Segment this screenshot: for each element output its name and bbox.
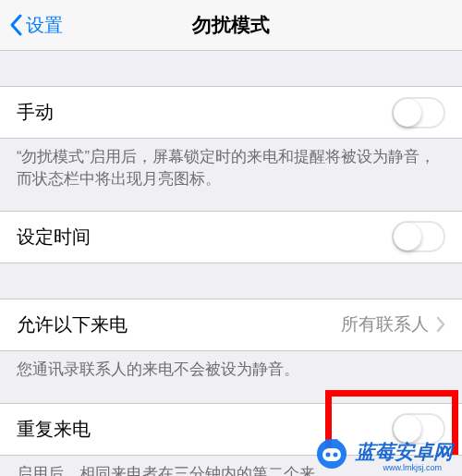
toggle-knob bbox=[394, 99, 421, 127]
svg-point-3 bbox=[334, 453, 338, 458]
row-manual[interactable]: 手动 bbox=[0, 87, 462, 138]
row-label-allow-calls: 允许以下来电 bbox=[17, 312, 128, 337]
watermark-text: 蓝莓安卓网 bbox=[356, 439, 453, 465]
group-allow-calls: 允许以下来电 所有联系人 bbox=[0, 299, 462, 351]
row-schedule[interactable]: 设定时间 bbox=[0, 212, 462, 262]
back-button[interactable]: 设置 bbox=[9, 13, 63, 38]
row-label-manual: 手动 bbox=[17, 100, 54, 125]
footer-manual: “勿扰模式”启用后，屏幕锁定时的来电和提醒将被设为静音，而状态栏中将出现月亮图标… bbox=[0, 139, 462, 200]
chevron-right-icon bbox=[436, 316, 445, 333]
page-title: 勿扰模式 bbox=[192, 12, 270, 38]
row-label-schedule: 设定时间 bbox=[17, 225, 91, 250]
svg-rect-1 bbox=[322, 448, 341, 461]
robot-icon bbox=[313, 433, 350, 470]
back-label: 设置 bbox=[26, 13, 63, 38]
row-label-repeated-calls: 重复来电 bbox=[17, 417, 91, 442]
svg-point-7 bbox=[334, 439, 338, 443]
watermark-url: www.lmkjsj.com bbox=[383, 463, 442, 472]
row-allow-calls[interactable]: 允许以下来电 所有联系人 bbox=[0, 299, 462, 350]
toggle-knob bbox=[394, 223, 421, 250]
group-manual: 手动 bbox=[0, 86, 462, 139]
footer-allow-calls: 您通讯录联系人的来电不会被设为静音。 bbox=[0, 351, 462, 390]
row-value-allow-calls: 所有联系人 bbox=[341, 312, 445, 336]
navigation-bar: 设置 勿扰模式 bbox=[0, 0, 462, 51]
allow-calls-value-text: 所有联系人 bbox=[341, 312, 429, 336]
svg-point-6 bbox=[325, 439, 329, 443]
toggle-manual[interactable] bbox=[392, 97, 445, 128]
group-schedule: 设定时间 bbox=[0, 211, 462, 263]
svg-point-2 bbox=[326, 453, 331, 458]
toggle-schedule[interactable] bbox=[392, 221, 445, 252]
chevron-left-icon bbox=[9, 14, 22, 36]
watermark: 蓝莓安卓网 www.lmkjsj.com bbox=[313, 433, 453, 470]
